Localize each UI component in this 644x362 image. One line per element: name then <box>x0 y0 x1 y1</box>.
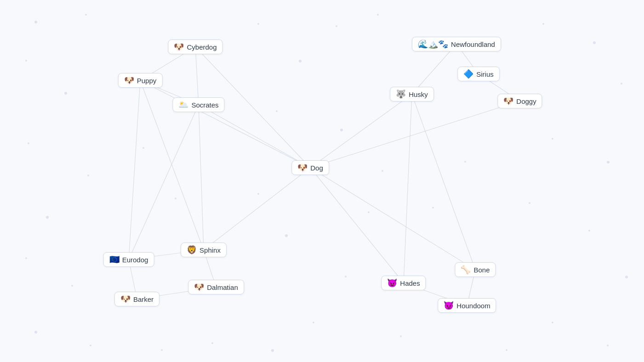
svg-line-7 <box>129 80 140 260</box>
node-icon-husky: 🐺 <box>396 90 406 98</box>
node-label-bone: Bone <box>473 266 490 274</box>
node-icon-dog: 🐶 <box>297 164 308 172</box>
node-label-husky: Husky <box>409 90 428 98</box>
svg-line-15 <box>310 168 475 270</box>
node-icon-barker: 🐶 <box>120 295 131 303</box>
graph-node-sirius[interactable]: 🔷Sirius <box>457 67 500 81</box>
graph-node-barker[interactable]: 🐶Barker <box>114 292 160 306</box>
graph-node-socrates[interactable]: 🌥️Socrates <box>172 97 224 112</box>
graph-node-bone[interactable]: 🦴Bone <box>455 262 496 277</box>
node-label-dog: Dog <box>310 164 323 172</box>
node-label-sirius: Sirius <box>476 70 494 78</box>
graph-node-hades[interactable]: 😈Hades <box>381 276 426 290</box>
svg-line-14 <box>310 168 404 283</box>
node-label-dalmatian: Dalmatian <box>207 283 238 291</box>
graph-node-houndoom[interactable]: 😈Houndoom <box>438 298 496 313</box>
graph-node-dog[interactable]: 🐶Dog <box>291 160 329 175</box>
svg-line-5 <box>129 105 199 260</box>
svg-line-25 <box>404 94 412 283</box>
svg-line-1 <box>195 47 199 105</box>
node-icon-sphinx: 🦁 <box>187 246 197 254</box>
graph-node-puppy[interactable]: 🐶Puppy <box>118 73 163 88</box>
node-label-houndoom: Houndoom <box>456 302 490 310</box>
node-icon-bone: 🦴 <box>461 266 471 274</box>
graph-node-dalmatian[interactable]: 🐶Dalmatian <box>188 280 244 294</box>
node-label-hades: Hades <box>400 279 420 287</box>
graph-node-eurodog[interactable]: 🇪🇺Eurodog <box>103 252 154 267</box>
graph-node-cyberdog[interactable]: 🐶Cyberdog <box>168 40 222 54</box>
node-label-doggy: Doggy <box>516 97 536 105</box>
svg-line-11 <box>310 94 412 168</box>
svg-line-12 <box>310 101 520 168</box>
node-icon-houndoom: 😈 <box>444 301 454 310</box>
node-icon-cyberdog: 🐶 <box>174 43 184 51</box>
graph-node-newfoundland[interactable]: 🌊🏔️🐾Newfoundland <box>412 37 501 51</box>
node-label-sphinx: Sphinx <box>199 246 221 254</box>
svg-line-13 <box>204 168 310 250</box>
svg-line-24 <box>140 80 310 168</box>
svg-line-3 <box>199 105 310 168</box>
node-icon-hades: 😈 <box>387 279 397 287</box>
graph-node-sphinx[interactable]: 🦁Sphinx <box>181 243 227 257</box>
graph-edges <box>0 0 644 362</box>
node-icon-sirius: 🔷 <box>463 70 473 78</box>
node-icon-dalmatian: 🐶 <box>194 283 204 291</box>
node-icon-doggy: 🐶 <box>503 97 513 105</box>
node-label-newfoundland: Newfoundland <box>451 40 495 48</box>
node-label-socrates: Socrates <box>191 101 218 109</box>
graph-node-husky[interactable]: 🐺Husky <box>390 87 434 102</box>
node-label-cyberdog: Cyberdog <box>187 43 217 51</box>
node-icon-eurodog: 🇪🇺 <box>109 255 120 264</box>
svg-line-16 <box>412 94 475 270</box>
node-label-eurodog: Eurodog <box>122 256 148 264</box>
node-label-barker: Barker <box>133 295 154 303</box>
svg-line-4 <box>199 105 204 250</box>
node-label-puppy: Puppy <box>137 77 157 85</box>
node-icon-newfoundland: 🌊🏔️🐾 <box>418 40 448 48</box>
graph-node-doggy[interactable]: 🐶Doggy <box>497 94 542 108</box>
node-icon-socrates: 🌥️ <box>178 101 188 109</box>
node-icon-puppy: 🐶 <box>124 76 134 85</box>
